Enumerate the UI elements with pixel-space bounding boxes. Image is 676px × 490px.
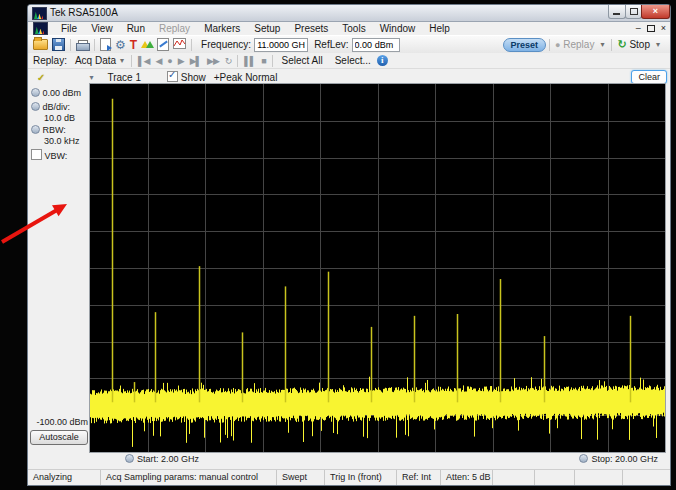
toolbar-separator — [94, 39, 95, 51]
replay-dropdown-icon[interactable]: ▾ — [600, 40, 604, 49]
gear-icon[interactable]: ⚙ — [115, 39, 126, 51]
toolbar-separator — [611, 39, 612, 51]
toolbar-separator — [191, 39, 192, 51]
mdi-minimize-icon[interactable]: – — [636, 22, 641, 35]
loop-button[interactable]: ↻ — [225, 56, 232, 66]
menu-item-view[interactable]: View — [84, 23, 120, 34]
export-data-icon[interactable] — [100, 38, 111, 51]
menu-item-setup[interactable]: Setup — [247, 23, 287, 34]
adjust-icon[interactable] — [125, 454, 134, 463]
status-trigger: Trig In (front) — [325, 470, 397, 485]
menu-item-run[interactable]: Run — [120, 23, 152, 34]
info-icon[interactable]: i — [377, 55, 388, 66]
toolbar: ⚙ T Frequency: RefLev: Preset ● Replay ▾… — [28, 35, 670, 54]
menu-item-markers[interactable]: Markers — [197, 23, 247, 34]
play-button[interactable]: ▶ — [178, 56, 184, 66]
trace-chart-icon[interactable] — [173, 38, 186, 51]
screenshot-frame: Tek RSA5100A × File View Run Replay Mark… — [0, 0, 676, 490]
mdi-controls: – × — [636, 22, 666, 35]
close-icon: × — [642, 5, 669, 17]
autoscale-button[interactable]: Autoscale — [30, 430, 88, 445]
app-icon — [32, 7, 47, 20]
db-div-value[interactable]: 10.0 dB — [44, 113, 75, 123]
select-button[interactable]: Select... — [335, 55, 371, 66]
vbw-checkbox[interactable] — [31, 149, 42, 160]
replay-record-icon: ● — [555, 40, 560, 50]
reflev-input[interactable] — [352, 38, 400, 52]
mdi-restore-icon[interactable] — [647, 25, 655, 32]
ref-level-row[interactable]: 0.00 dBm — [31, 88, 81, 98]
stop-freq-label[interactable]: Stop: 20.00 GHz — [579, 454, 658, 464]
show-checkbox-box[interactable] — [167, 71, 178, 82]
save-icon[interactable] — [52, 38, 65, 51]
trace-dropdown-icon[interactable]: ▾ — [89, 73, 93, 82]
stop-loop-icon: ↻ — [617, 38, 626, 50]
rbw-value[interactable]: 30.0 kHz — [44, 136, 80, 146]
menu-item-window[interactable]: Window — [373, 23, 423, 34]
rbw-row[interactable]: RBW: — [31, 125, 66, 135]
app-menu-icon[interactable] — [33, 22, 48, 35]
skip-end-button[interactable]: ▶▌ — [190, 56, 201, 66]
adjust-icon[interactable] — [31, 102, 40, 111]
settings-panel: 0.00 dBm dB/div: 10.0 dB RBW: 30.0 kHz V… — [28, 83, 90, 453]
record-button[interactable]: ● — [167, 56, 171, 66]
trace-enabled-check-icon[interactable]: ✓ — [37, 72, 45, 83]
select-all-button[interactable]: Select All — [282, 55, 323, 66]
close-button[interactable]: × — [641, 5, 670, 19]
menu-item-presets[interactable]: Presets — [287, 23, 335, 34]
db-div-label[interactable]: dB/div: — [43, 102, 71, 112]
status-empty-cell — [535, 470, 575, 485]
menu-item-help[interactable]: Help — [422, 23, 457, 34]
pause-button[interactable]: ▌▌ — [244, 56, 255, 66]
start-freq-label[interactable]: Start: 2.00 GHz — [125, 454, 199, 464]
minimize-button[interactable] — [608, 5, 626, 19]
frequency-label: Frequency: — [201, 39, 251, 50]
status-empty-cell — [623, 470, 670, 485]
maximize-button[interactable] — [625, 5, 642, 19]
status-empty-cell — [575, 470, 623, 485]
adjust-icon[interactable] — [31, 125, 40, 134]
markers-icon[interactable] — [141, 39, 153, 50]
ref-level-value[interactable]: 0.00 dBm — [43, 88, 82, 98]
spectrum-plot[interactable] — [89, 83, 666, 453]
setup-display-icon[interactable] — [157, 38, 169, 51]
fast-forward-button[interactable]: ▶▶ — [207, 56, 219, 66]
vbw-row[interactable]: VBW: — [31, 149, 67, 161]
frequency-input[interactable] — [254, 38, 308, 52]
clear-button[interactable]: Clear — [631, 70, 667, 84]
detector-label[interactable]: +Peak Normal — [214, 72, 278, 83]
step-back-button[interactable]: ◀ — [155, 56, 161, 66]
toolbar-separator — [272, 55, 273, 67]
show-checkbox[interactable]: Show — [167, 71, 206, 83]
replay-source-select[interactable]: Acq Data — [75, 55, 116, 66]
mdi-close-icon[interactable]: × — [661, 22, 666, 35]
spectrum-canvas[interactable] — [90, 84, 665, 452]
window-title: Tek RSA5100A — [50, 7, 118, 18]
menu-item-tools[interactable]: Tools — [335, 23, 372, 34]
replay-source-dropdown-icon[interactable]: ▾ — [120, 56, 124, 65]
adjust-icon[interactable] — [31, 88, 40, 97]
axis-labels-row: Start: 2.00 GHz Stop: 20.00 GHz — [89, 454, 666, 468]
print-icon[interactable] — [76, 40, 89, 50]
open-file-icon[interactable] — [33, 39, 48, 50]
title-bar: Tek RSA5100A × — [28, 5, 670, 22]
reflev-label: RefLev: — [314, 39, 348, 50]
stop-button[interactable]: ↻ Stop — [617, 38, 650, 51]
bottom-level-label: -100.00 dBm — [36, 417, 88, 427]
maximize-icon — [630, 8, 638, 15]
menu-item-file[interactable]: File — [54, 23, 84, 34]
db-div-row[interactable]: dB/div: — [31, 102, 70, 112]
adjust-icon[interactable] — [579, 454, 588, 463]
vbw-label: VBW: — [45, 151, 68, 161]
stop-dropdown-icon[interactable]: ▾ — [656, 40, 660, 49]
rbw-label[interactable]: RBW: — [43, 125, 66, 135]
status-empty-cell — [493, 470, 535, 485]
trace-label[interactable]: Trace 1 — [107, 72, 141, 83]
preset-button[interactable]: Preset — [503, 38, 547, 52]
stop-playback-button[interactable]: ■ — [261, 56, 265, 66]
app-window: Tek RSA5100A × File View Run Replay Mark… — [28, 5, 670, 485]
status-bar: Analyzing Acq Sampling params: manual co… — [28, 469, 670, 485]
toolbar-separator — [70, 39, 71, 51]
text-tool-icon[interactable]: T — [130, 39, 137, 51]
skip-start-button[interactable]: ▌◀ — [138, 56, 149, 66]
